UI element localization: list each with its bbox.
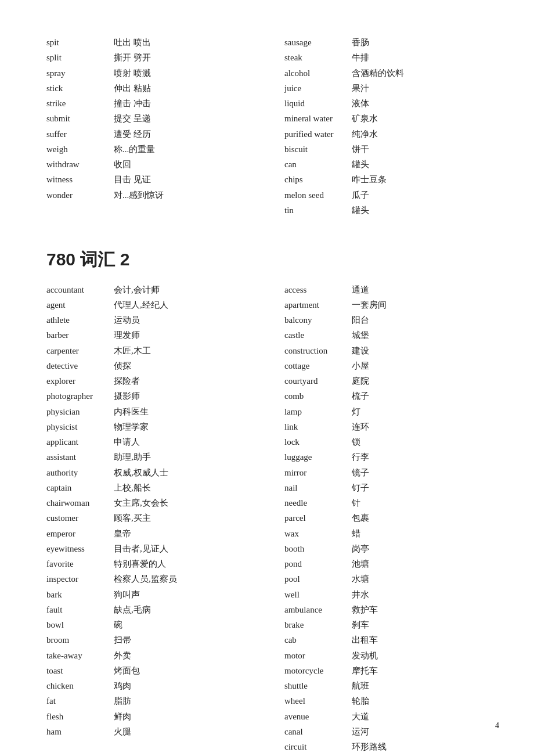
english-word: spray (46, 66, 110, 81)
list-item: cab出租车 (284, 632, 499, 647)
english-word: inspector (46, 571, 110, 586)
chinese-meaning: 纯净水 (352, 127, 378, 142)
list-item: bark狗叫声 (46, 587, 261, 602)
english-word: apartment (284, 297, 348, 312)
chinese-meaning: 提交 呈递 (114, 111, 151, 126)
chinese-meaning: 顾客,买主 (114, 510, 151, 525)
chinese-meaning: 饼干 (352, 142, 369, 157)
english-word: split (46, 50, 110, 65)
list-item: biscuit饼干 (284, 142, 499, 157)
english-word: lock (284, 434, 348, 449)
english-word: chairwoman (46, 495, 110, 510)
english-word: chicken (46, 678, 110, 693)
chinese-meaning: 牛排 (352, 50, 369, 65)
english-word: can (284, 157, 348, 172)
english-word: construction (284, 343, 348, 358)
chinese-meaning: 罐头 (352, 203, 369, 218)
english-word: tin (284, 203, 348, 218)
english-word: weigh (46, 142, 110, 157)
list-item: accountant会计,会计师 (46, 282, 261, 297)
section2-title: 780 词汇 2 (46, 244, 499, 275)
english-word: stick (46, 81, 110, 96)
english-word: chips (284, 172, 348, 187)
english-word: juice (284, 81, 348, 96)
chinese-meaning: 运动员 (114, 312, 140, 327)
chinese-meaning: 出租车 (352, 632, 378, 647)
chinese-meaning: 矿泉水 (352, 111, 378, 126)
list-item: physician内科医生 (46, 404, 261, 419)
chinese-meaning: 建设 (352, 343, 369, 358)
chinese-meaning: 外卖 (114, 648, 131, 663)
english-word: avenue (284, 709, 348, 724)
chinese-meaning: 女主席,女会长 (114, 495, 168, 510)
chinese-meaning: 瓜子 (352, 188, 369, 203)
list-item: juice果汁 (284, 81, 499, 96)
chinese-meaning: 权威,权威人士 (114, 465, 168, 480)
list-item: ambulance救护车 (284, 602, 499, 617)
list-item: detective侦探 (46, 358, 261, 373)
english-word: motorcycle (284, 663, 348, 678)
chinese-meaning: 水塘 (352, 571, 369, 586)
english-word: witness (46, 172, 110, 187)
chinese-meaning: 目击 见证 (114, 172, 151, 187)
list-item: well井水 (284, 587, 499, 602)
chinese-meaning: 脂肪 (114, 693, 131, 708)
list-item: emperor皇帝 (46, 526, 261, 541)
chinese-meaning: 锁 (352, 434, 360, 449)
list-item: chips咋士豆条 (284, 172, 499, 187)
chinese-meaning: 碗 (114, 617, 122, 632)
chinese-meaning: 钉子 (352, 480, 369, 495)
list-item: strike撞击 冲击 (46, 96, 261, 111)
chinese-meaning: 代理人,经纪人 (114, 297, 168, 312)
list-item: circuit环形路线 (284, 739, 499, 754)
english-word: steak (284, 50, 348, 65)
english-word: assistant (46, 449, 110, 465)
chinese-meaning: 伸出 粘贴 (114, 81, 151, 96)
english-word: submit (46, 111, 110, 126)
list-item: suffer遭受 经历 (46, 127, 261, 142)
list-item: apartment一套房间 (284, 297, 499, 312)
list-item: pond池塘 (284, 556, 499, 571)
english-word: bark (46, 587, 110, 602)
english-word: link (284, 419, 348, 434)
chinese-meaning: 灯 (352, 404, 360, 419)
list-item: lock锁 (284, 434, 499, 449)
english-word: access (284, 282, 348, 297)
chinese-meaning: 物理学家 (114, 419, 149, 434)
list-item: fat脂肪 (46, 693, 261, 708)
list-item: avenue大道 (284, 709, 499, 724)
english-word: cab (284, 632, 348, 647)
list-item: parcel包裹 (284, 510, 499, 525)
chinese-meaning: 环形路线 (352, 739, 387, 754)
list-item: construction建设 (284, 343, 499, 358)
english-word: wonder (46, 188, 110, 203)
english-word: booth (284, 541, 348, 556)
list-item: booth岗亭 (284, 541, 499, 556)
chinese-meaning: 针 (352, 495, 360, 510)
english-word: authority (46, 465, 110, 480)
chinese-meaning: 庭院 (352, 373, 369, 388)
chinese-meaning: 探险者 (114, 373, 140, 388)
list-item: can罐头 (284, 157, 499, 172)
chinese-meaning: 助理,助手 (114, 449, 151, 465)
chinese-meaning: 撞击 冲击 (114, 96, 151, 111)
english-word: fat (46, 693, 110, 708)
list-item: luggage行李 (284, 449, 499, 465)
section1-left: spit吐出 喷出split撕开 劈开spray喷射 喷溅stick伸出 粘贴s… (46, 35, 261, 218)
list-item: liquid液体 (284, 96, 499, 111)
list-item: athlete运动员 (46, 312, 261, 327)
chinese-meaning: 喷射 喷溅 (114, 66, 151, 81)
english-word: physicist (46, 419, 110, 434)
english-word: physician (46, 404, 110, 419)
list-item: comb梳子 (284, 388, 499, 404)
list-item: purified water纯净水 (284, 127, 499, 142)
english-word: canal (284, 724, 348, 739)
list-item: customer顾客,买主 (46, 510, 261, 525)
list-item: fault缺点,毛病 (46, 602, 261, 617)
english-word: withdraw (46, 157, 110, 172)
list-item: explorer探险者 (46, 373, 261, 388)
list-item: steak牛排 (284, 50, 499, 65)
english-word: accountant (46, 282, 110, 297)
list-item: motor发动机 (284, 648, 499, 663)
list-item: authority权威,权威人士 (46, 465, 261, 480)
